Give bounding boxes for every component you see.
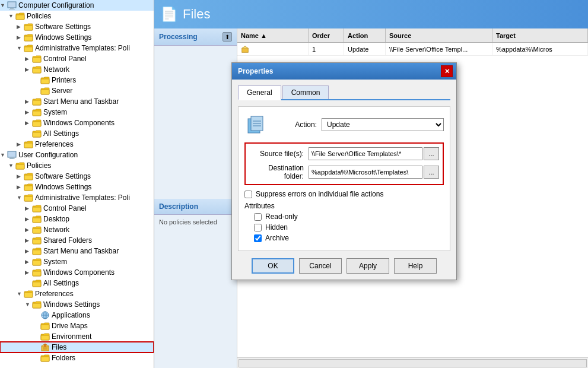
tree-arrow-network-1[interactable]: ▶ xyxy=(25,66,32,72)
ok-button[interactable]: OK xyxy=(252,258,294,274)
tree-item-shared-folders-1[interactable]: ▶Shared Folders xyxy=(0,235,154,246)
destination-browse-button[interactable]: ... xyxy=(424,166,439,179)
tree-item-windows-components-1[interactable]: ▶Windows Components xyxy=(0,118,154,128)
tree-arrow-shared-folders-1[interactable]: ▶ xyxy=(25,237,32,243)
tree-arrow-control-panel-1[interactable]: ▶ xyxy=(25,56,32,62)
tree-item-start-menu-2[interactable]: ▶Start Menu and Taskbar xyxy=(0,246,154,256)
tree-arrow-start-menu-1[interactable]: ▶ xyxy=(25,99,32,104)
horizontal-scrollbar[interactable] xyxy=(239,359,587,367)
tree-arrow-windows-components-1[interactable]: ▶ xyxy=(25,120,32,126)
tree-arrow-windows-settings-2[interactable]: ▶ xyxy=(17,184,24,190)
tree-item-network-2[interactable]: ▶Network xyxy=(0,224,154,235)
tree-arrow-computer-config[interactable]: ▼ xyxy=(0,2,7,8)
tree-item-system-1[interactable]: ▶System xyxy=(0,107,154,118)
tree-arrow-preferences-1[interactable]: ▶ xyxy=(17,141,24,147)
tree-item-all-settings-1[interactable]: All Settings xyxy=(0,128,154,139)
tree-item-windows-settings-pref[interactable]: ▼Windows Settings xyxy=(0,299,154,310)
bottom-scrollbar[interactable] xyxy=(237,357,588,368)
action-select[interactable]: Update Create Replace Delete xyxy=(322,118,444,131)
tree-arrow-policies-1[interactable]: ▼ xyxy=(8,13,15,19)
processing-section-header[interactable]: Processing ⬆ xyxy=(154,28,237,46)
tree-item-network-1[interactable]: ▶Network xyxy=(0,64,154,75)
tree-item-admin-templates-1[interactable]: ▼Administrative Templates: Poli xyxy=(0,43,154,53)
hidden-row: Hidden xyxy=(244,223,444,231)
suppress-errors-checkbox[interactable] xyxy=(244,191,252,198)
action-icon xyxy=(244,113,268,137)
tree-label-folders: Folders xyxy=(52,354,75,362)
tree-label-preferences-1: Preferences xyxy=(35,140,74,148)
tree-arrow-windows-components-2[interactable]: ▶ xyxy=(25,269,32,275)
tree-item-desktop-1[interactable]: ▶Desktop xyxy=(0,214,154,224)
tree-arrow-windows-settings-pref[interactable]: ▼ xyxy=(25,302,32,307)
tree-arrow-system-2[interactable]: ▶ xyxy=(25,259,32,265)
tree-item-environment[interactable]: Environment xyxy=(0,331,154,342)
tree-arrow-admin-templates-1[interactable]: ▼ xyxy=(17,45,24,51)
readonly-checkbox[interactable] xyxy=(254,213,262,221)
tree-arrow-software-settings-1[interactable]: ▶ xyxy=(17,24,24,30)
tree-item-folders[interactable]: Folders xyxy=(0,353,154,363)
svg-rect-7 xyxy=(33,58,41,62)
tree-panel[interactable]: ▼Computer Configuration▼Policies▶Softwar… xyxy=(0,0,154,368)
tree-item-software-settings-1[interactable]: ▶Software Settings xyxy=(0,21,154,32)
tree-item-computer-config[interactable]: ▼Computer Configuration xyxy=(0,0,154,11)
archive-checkbox[interactable] xyxy=(254,234,262,242)
description-section-header[interactable]: Description xyxy=(154,199,237,215)
destination-input[interactable] xyxy=(309,166,422,179)
tree-arrow-user-config[interactable]: ▼ xyxy=(0,152,7,158)
tree-item-user-config[interactable]: ▼User Configuration xyxy=(0,150,154,160)
tree-item-preferences-1[interactable]: ▶Preferences xyxy=(0,139,154,150)
tree-arrow-windows-settings-1[interactable]: ▶ xyxy=(17,34,24,40)
tree-arrow-start-menu-2[interactable]: ▶ xyxy=(25,248,32,254)
tab-common[interactable]: Common xyxy=(282,85,329,99)
tree-arrow-policies-2[interactable]: ▼ xyxy=(8,163,15,169)
table-header: Name ▲ Order Action Source Target xyxy=(237,28,588,43)
tree-item-start-menu-1[interactable]: ▶Start Menu and Taskbar xyxy=(0,96,154,107)
tree-arrow-software-settings-2[interactable]: ▶ xyxy=(17,173,24,179)
tree-label-all-settings-2: All Settings xyxy=(43,279,79,287)
tree-item-preferences-2[interactable]: ▼Preferences xyxy=(0,288,154,299)
processing-collapse-btn[interactable]: ⬆ xyxy=(223,32,232,42)
page-title: Files xyxy=(183,7,210,22)
svg-rect-31 xyxy=(24,293,33,297)
tree-item-software-settings-2[interactable]: ▶Software Settings xyxy=(0,171,154,182)
tree-item-windows-settings-2[interactable]: ▶Windows Settings xyxy=(0,182,154,192)
tree-item-drive-maps[interactable]: Drive Maps xyxy=(0,321,154,331)
archive-label: Archive xyxy=(265,234,289,242)
tree-item-server-1[interactable]: Server xyxy=(0,85,154,96)
svg-rect-26 xyxy=(33,239,41,244)
tree-item-applications[interactable]: Applications xyxy=(0,310,154,321)
tree-arrow-system-1[interactable]: ▶ xyxy=(25,109,32,115)
tree-item-control-panel-1[interactable]: ▶Control Panel xyxy=(0,53,154,64)
hidden-checkbox[interactable] xyxy=(254,224,262,231)
tree-item-all-settings-2[interactable]: All Settings xyxy=(0,278,154,288)
tree-arrow-preferences-2[interactable]: ▼ xyxy=(17,291,24,297)
tree-item-files[interactable]: Files xyxy=(0,342,154,353)
suppress-errors-label: Suppress errors on individual file actio… xyxy=(256,190,383,198)
tree-item-windows-components-2[interactable]: ▶Windows Components xyxy=(0,267,154,278)
source-browse-button[interactable]: ... xyxy=(424,147,439,160)
tree-arrow-admin-templates-2[interactable]: ▼ xyxy=(17,195,24,201)
svg-point-40 xyxy=(44,344,46,347)
col-header-name: Name ▲ xyxy=(237,28,309,42)
tree-item-windows-settings-1[interactable]: ▶Windows Settings xyxy=(0,32,154,43)
tree-item-control-panel-2[interactable]: ▶Control Panel xyxy=(0,203,154,214)
tree-item-system-2[interactable]: ▶System xyxy=(0,256,154,267)
dialog-close-button[interactable]: ✕ xyxy=(441,65,453,77)
help-button[interactable]: Help xyxy=(394,258,437,274)
source-input[interactable] xyxy=(309,147,422,160)
tree-arrow-network-2[interactable]: ▶ xyxy=(25,227,32,233)
tree-item-admin-templates-2[interactable]: ▼Administrative Templates: Poli xyxy=(0,192,154,203)
tree-item-policies-1[interactable]: ▼Policies xyxy=(0,11,154,21)
tree-item-printers-1[interactable]: Printers xyxy=(0,75,154,85)
tree-arrow-desktop-1[interactable]: ▶ xyxy=(25,216,32,222)
table-row[interactable]: 1 Update \\File Server\Office Templ... %… xyxy=(237,43,588,56)
tree-arrow-control-panel-2[interactable]: ▶ xyxy=(25,205,32,211)
tab-general[interactable]: General xyxy=(238,85,281,100)
apply-button[interactable]: Apply xyxy=(347,258,389,274)
tree-icon-folder xyxy=(32,214,42,224)
suppress-errors-row: Suppress errors on individual file actio… xyxy=(244,190,444,198)
copy-files-icon xyxy=(246,114,267,135)
properties-dialog[interactable]: Properties ✕ General Common xyxy=(231,62,457,280)
cancel-button[interactable]: Cancel xyxy=(299,258,342,274)
tree-item-policies-2[interactable]: ▼Policies xyxy=(0,160,154,171)
